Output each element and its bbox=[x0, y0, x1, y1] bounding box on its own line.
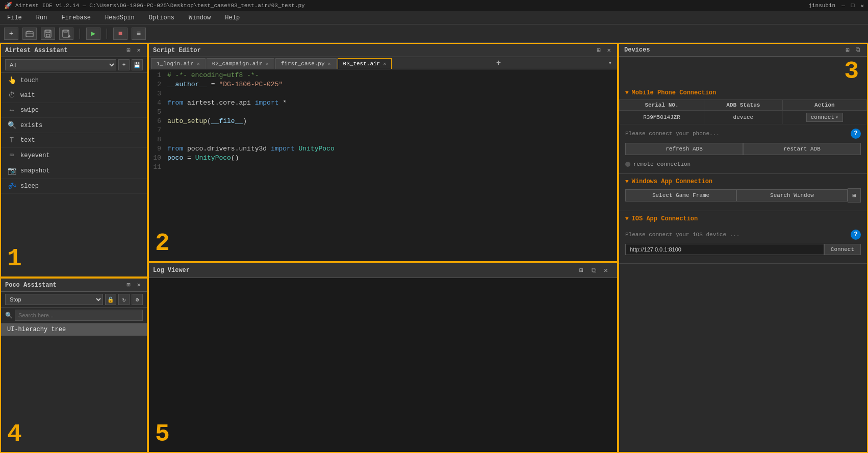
toolbar-separator-2 bbox=[107, 29, 107, 39]
svg-rect-5 bbox=[64, 30, 67, 32]
assistant-item-text[interactable]: T text bbox=[1, 133, 147, 148]
remote-dot-icon bbox=[625, 162, 630, 167]
poco-settings-btn[interactable]: ⚙ bbox=[132, 294, 143, 305]
stop-button[interactable]: ■ bbox=[113, 28, 127, 40]
assistant-item-exists[interactable]: 🔍 exists bbox=[1, 118, 147, 133]
assistant-filter-bar: All + 💾 bbox=[1, 57, 147, 73]
mobile-help-btn[interactable]: ? bbox=[851, 129, 861, 139]
code-line-3: 3 bbox=[149, 90, 617, 99]
code-line-2: 2 __author__ = "DG-1806-PC-025" bbox=[149, 81, 617, 90]
mobile-section-arrow: ▼ bbox=[625, 90, 629, 96]
text-icon: T bbox=[7, 136, 16, 144]
wait-icon: ⏱ bbox=[7, 91, 16, 99]
search-window-btn[interactable]: Search Window bbox=[736, 189, 848, 202]
airtest-assistant-panel: Airtest Assistant ⊞ ✕ All + 💾 👆 touch bbox=[0, 43, 148, 278]
airtest-expand-btn[interactable]: ⊞ bbox=[124, 46, 133, 55]
ios-section-header[interactable]: ▼ IOS App Connection bbox=[619, 211, 867, 225]
wait-label: wait bbox=[20, 92, 35, 99]
connect-dropdown-icon[interactable]: ▾ bbox=[835, 114, 838, 120]
log-expand-btn[interactable]: ⊞ bbox=[576, 265, 586, 275]
log-close-btn[interactable]: ✕ bbox=[601, 265, 611, 275]
add-tab-btn[interactable]: + bbox=[493, 59, 504, 68]
menu-btn[interactable]: ≡ bbox=[132, 28, 146, 40]
sleep-icon: 💤 bbox=[7, 182, 16, 190]
devices-expand-btn[interactable]: ⊞ bbox=[844, 46, 852, 54]
new-button[interactable]: + bbox=[4, 28, 18, 40]
log-viewer-header: Log Viewer ⊞ ⧉ ✕ bbox=[149, 263, 617, 278]
code-area[interactable]: 1 # -*- encoding=utf8 -*- 2 __author__ =… bbox=[149, 69, 617, 261]
tab-3-close[interactable]: ✕ bbox=[328, 61, 331, 67]
menu-window[interactable]: Window bbox=[186, 13, 214, 22]
poco-panel-controls: ⊞ ✕ bbox=[124, 281, 143, 289]
editor-tab-1[interactable]: 1_login.air ✕ bbox=[151, 58, 206, 69]
code-line-1: 1 # -*- encoding=utf8 -*- bbox=[149, 71, 617, 81]
ios-app-section: ▼ IOS App Connection Please connect your… bbox=[619, 211, 867, 264]
menu-options[interactable]: Options bbox=[146, 13, 177, 22]
poco-lock-btn[interactable]: 🔒 bbox=[105, 294, 116, 305]
assistant-item-swipe[interactable]: ↔ swipe bbox=[1, 103, 147, 118]
ios-connect-btn[interactable]: Connect bbox=[824, 244, 861, 255]
menu-run[interactable]: Run bbox=[33, 13, 50, 22]
assistant-item-touch[interactable]: 👆 touch bbox=[1, 73, 147, 88]
windows-icon-btn[interactable]: ⊞ bbox=[848, 188, 861, 203]
restart-adb-btn[interactable]: restart ADB bbox=[743, 143, 861, 155]
editor-tab-4[interactable]: 03_test.air ✕ bbox=[338, 58, 392, 69]
airtest-assistant-header: Airtest Assistant ⊞ ✕ bbox=[1, 44, 147, 57]
tab-2-close[interactable]: ✕ bbox=[266, 61, 269, 67]
poco-search-bar: 🔍 bbox=[1, 308, 147, 323]
editor-tab-2[interactable]: 02_campaign.air ✕ bbox=[207, 58, 274, 69]
close-button[interactable]: ✕ bbox=[860, 3, 864, 9]
windows-section-header[interactable]: ▼ Windows App Connection bbox=[619, 174, 867, 188]
refresh-adb-btn[interactable]: refresh ADB bbox=[625, 143, 743, 155]
log-float-btn[interactable]: ⧉ bbox=[589, 265, 599, 275]
ios-url-input[interactable] bbox=[625, 244, 824, 255]
assistant-item-sleep[interactable]: 💤 sleep bbox=[1, 179, 147, 194]
assistant-item-snapshot[interactable]: 📷 snapshot bbox=[1, 163, 147, 179]
poco-search-input[interactable] bbox=[15, 310, 143, 321]
poco-refresh-btn[interactable]: ↻ bbox=[118, 294, 130, 305]
tab-1-close[interactable]: ✕ bbox=[197, 61, 200, 67]
maximize-button[interactable]: □ bbox=[851, 3, 855, 9]
poco-expand-btn[interactable]: ⊞ bbox=[124, 281, 133, 289]
ios-connect-row: Connect bbox=[619, 244, 867, 259]
saveas-button[interactable] bbox=[59, 28, 73, 40]
mobile-section-header[interactable]: ▼ Mobile Phone Connection bbox=[619, 85, 867, 99]
menu-headspin[interactable]: HeadSpin bbox=[102, 13, 138, 22]
tab-menu-btn[interactable]: ▾ bbox=[605, 59, 615, 67]
poco-mode-select[interactable]: Stop bbox=[5, 294, 103, 305]
mobile-phone-section: ▼ Mobile Phone Connection Serial NO. ADB… bbox=[619, 85, 867, 174]
ios-help-btn[interactable]: ? bbox=[851, 230, 861, 240]
assistant-add-btn[interactable]: + bbox=[118, 59, 130, 70]
menu-help[interactable]: Help bbox=[222, 13, 243, 22]
log-viewer-panel: Log Viewer ⊞ ⧉ ✕ 5 bbox=[148, 262, 618, 453]
editor-tabs: 1_login.air ✕ 02_campaign.air ✕ first_ca… bbox=[149, 57, 617, 69]
devices-float-btn[interactable]: ⧉ bbox=[854, 46, 862, 54]
assistant-filter-select[interactable]: All bbox=[5, 59, 116, 70]
editor-close-btn[interactable]: ✕ bbox=[605, 46, 613, 55]
line-content-2: __author__ = "DG-1806-PC-025" bbox=[165, 81, 617, 90]
editor-tab-3[interactable]: first_case.py ✕ bbox=[275, 58, 337, 69]
airtest-close-btn[interactable]: ✕ bbox=[135, 46, 143, 55]
mobile-section-title: Mobile Phone Connection bbox=[632, 89, 717, 96]
line-num-10: 10 bbox=[149, 154, 165, 163]
col-adb-status: ADB Status bbox=[704, 100, 782, 111]
open-button[interactable] bbox=[22, 28, 37, 40]
connect-button[interactable]: connect ▾ bbox=[806, 113, 843, 122]
ui-hierarchy-tree-item[interactable]: UI-hierachy tree bbox=[1, 323, 147, 336]
assistant-item-keyevent[interactable]: ⌨ keyevent bbox=[1, 148, 147, 163]
poco-close-btn[interactable]: ✕ bbox=[135, 281, 143, 289]
minimize-button[interactable]: — bbox=[841, 3, 845, 9]
select-game-frame-btn[interactable]: Select Game Frame bbox=[625, 189, 736, 202]
editor-expand-btn[interactable]: ⊞ bbox=[595, 46, 603, 55]
run-button[interactable]: ▶ bbox=[86, 28, 100, 40]
tab-4-close[interactable]: ✕ bbox=[383, 61, 386, 67]
line-num-4: 4 bbox=[149, 99, 165, 108]
keyevent-label: keyevent bbox=[20, 152, 50, 159]
assistant-item-wait[interactable]: ⏱ wait bbox=[1, 88, 147, 103]
toolbar: + ▶ ■ ≡ bbox=[0, 24, 868, 43]
save-button[interactable] bbox=[41, 28, 55, 40]
menu-file[interactable]: File bbox=[4, 13, 25, 22]
editor-panel-controls: ⊞ ✕ bbox=[595, 46, 613, 55]
assistant-save-btn[interactable]: 💾 bbox=[132, 59, 143, 70]
menu-firebase[interactable]: Firebase bbox=[58, 13, 94, 22]
